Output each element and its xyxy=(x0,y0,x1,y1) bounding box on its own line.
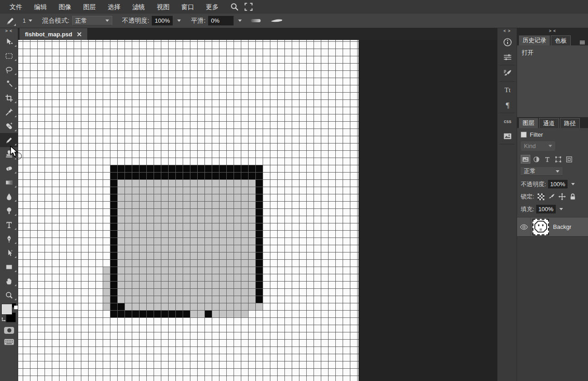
panel-toggle-image[interactable] xyxy=(498,129,518,143)
document-tab[interactable]: fishbot_map.psd xyxy=(20,28,87,40)
layer-row[interactable]: Backgr xyxy=(517,217,588,236)
tool-flyout-triangle xyxy=(15,73,16,75)
keyboard-shortcuts-button[interactable] xyxy=(0,336,18,348)
menu-item-file[interactable]: 文件 xyxy=(4,0,28,14)
layer-thumbnail[interactable] xyxy=(533,219,549,235)
menu-item-filter[interactable]: 滤镜 xyxy=(126,0,151,14)
foreground-color-swatch[interactable] xyxy=(2,304,12,314)
info-icon xyxy=(503,38,512,47)
tool-blur[interactable] xyxy=(0,189,18,203)
tool-eyedropper[interactable] xyxy=(0,105,18,119)
filter-pixel-layers-icon xyxy=(522,156,529,163)
search-icon[interactable] xyxy=(230,2,239,11)
panel-toggle-css[interactable]: css xyxy=(498,114,518,129)
layer-opacity-slider-arrow[interactable] xyxy=(571,183,575,185)
tool-marquee[interactable] xyxy=(0,49,18,63)
tab-close-icon[interactable] xyxy=(77,32,82,37)
panel-toggle-paragraph[interactable]: ¶ xyxy=(498,97,518,112)
menu-item-view[interactable]: 视图 xyxy=(151,0,175,14)
opacity-input[interactable]: 100% xyxy=(152,16,173,25)
swap-colors-icon[interactable] xyxy=(1,316,7,324)
filter-checkbox[interactable] xyxy=(521,132,527,138)
pixel-art-layer[interactable] xyxy=(103,165,270,317)
layer-opacity-input[interactable]: 100% xyxy=(548,180,568,188)
panel-toggle-info[interactable] xyxy=(498,35,518,49)
panel-toggle-character[interactable]: Tt xyxy=(498,82,518,97)
tool-move[interactable] xyxy=(0,35,18,49)
filter-type-layers-button[interactable] xyxy=(543,155,552,163)
fullscreen-icon[interactable] xyxy=(244,3,253,11)
document-canvas[interactable] xyxy=(18,40,359,381)
default-colors-icon[interactable] xyxy=(14,306,18,309)
tool-zoom[interactable] xyxy=(0,288,18,302)
panel-menu-icon[interactable] xyxy=(580,38,585,46)
tool-crop[interactable] xyxy=(0,91,18,105)
tab-layers[interactable]: 图层 xyxy=(519,118,538,128)
active-tool-preset-button[interactable] xyxy=(5,15,16,26)
lock-position-button[interactable] xyxy=(558,193,566,201)
tool-lasso[interactable] xyxy=(0,63,18,77)
panel-toggle-brush-settings[interactable] xyxy=(498,66,518,81)
opacity-slider-arrow[interactable] xyxy=(177,20,181,22)
menu-item-select[interactable]: 选择 xyxy=(102,0,126,14)
rail-collapse-toggle[interactable]: < > xyxy=(498,28,517,35)
eye-icon xyxy=(520,223,528,231)
filter-pixel-layers-button[interactable] xyxy=(521,155,530,163)
menu-item-layer[interactable]: 图层 xyxy=(77,0,102,14)
layer-blend-mode-value: 正常 xyxy=(524,167,536,175)
tab-history[interactable]: 历史记录 xyxy=(519,35,550,45)
tab-channels[interactable]: 通道 xyxy=(539,118,559,128)
smoothing-input[interactable]: 0% xyxy=(208,16,234,25)
tool-clone-stamp[interactable] xyxy=(0,147,18,161)
lock-pixels-button[interactable] xyxy=(548,193,555,201)
tool-pen[interactable] xyxy=(0,232,18,246)
menu-item-more[interactable]: 更多 xyxy=(200,0,224,14)
lock-all-button[interactable] xyxy=(569,193,577,201)
layer-filter-kind-select[interactable]: Kind xyxy=(521,141,555,151)
layer-fill-slider-arrow[interactable] xyxy=(559,208,563,210)
filter-adjustment-layers-button[interactable] xyxy=(532,155,541,163)
history-entry[interactable]: 打开 xyxy=(517,45,588,60)
tool-eraser[interactable] xyxy=(0,161,18,175)
layer-fill-input[interactable]: 100% xyxy=(536,205,556,213)
brush-settings-icon xyxy=(503,69,512,78)
dodge-icon xyxy=(5,207,13,215)
quick-mask-icon xyxy=(4,327,14,334)
panel-toggle-adjustments[interactable] xyxy=(498,49,518,64)
menu-item-edit[interactable]: 编辑 xyxy=(28,0,53,14)
tool-rectangle[interactable] xyxy=(0,260,18,274)
tool-healing-brush[interactable] xyxy=(0,119,18,133)
tab-swatches[interactable]: 色板 xyxy=(551,35,571,45)
panel-collapse-toggle[interactable]: > < xyxy=(517,28,588,35)
taper-opacity-icon[interactable] xyxy=(270,18,284,24)
menu-item-window[interactable]: 窗口 xyxy=(175,0,200,14)
paragraph-icon: ¶ xyxy=(503,100,512,109)
tab-paths[interactable]: 路径 xyxy=(560,118,580,128)
brush-size-control[interactable]: 1 xyxy=(23,18,32,24)
tool-magic-wand[interactable] xyxy=(0,77,18,91)
quick-mask-button[interactable] xyxy=(0,324,18,336)
blend-mode-select[interactable]: 正常 xyxy=(72,16,112,25)
tool-type[interactable] xyxy=(0,218,18,232)
smoothing-value: 0% xyxy=(211,17,219,24)
tool-dodge[interactable] xyxy=(0,203,18,218)
lock-transparency-button[interactable] xyxy=(537,193,545,201)
layer-blend-mode-select[interactable]: 正常 xyxy=(521,167,563,176)
tool-pencil[interactable] xyxy=(0,133,18,147)
filter-smart-objects-button[interactable] xyxy=(564,155,574,163)
smoothing-slider-arrow[interactable] xyxy=(238,20,242,22)
tool-hand[interactable] xyxy=(0,274,18,288)
menu-item-image[interactable]: 图像 xyxy=(53,0,77,14)
tool-gradient[interactable] xyxy=(0,175,18,189)
toolbar-collapse-toggle[interactable]: > < xyxy=(0,28,18,35)
filter-type-layers-icon xyxy=(543,156,551,163)
tool-flyout-triangle xyxy=(15,256,16,258)
marquee-icon xyxy=(5,52,13,60)
chevron-down-icon xyxy=(105,20,109,22)
layer-name[interactable]: Backgr xyxy=(553,223,571,230)
taper-size-icon[interactable] xyxy=(249,18,263,24)
lock-label: 锁定: xyxy=(521,193,534,201)
tool-path-select[interactable] xyxy=(0,246,18,260)
layer-visibility-toggle[interactable] xyxy=(517,218,531,237)
filter-shape-layers-button[interactable] xyxy=(553,155,563,163)
